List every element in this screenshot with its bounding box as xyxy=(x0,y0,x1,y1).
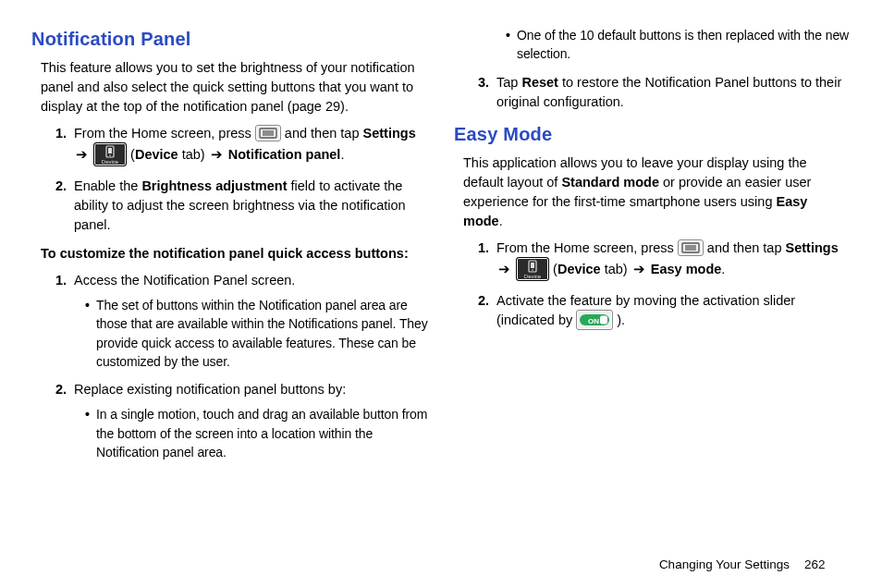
device-tab-icon: Device xyxy=(93,142,127,166)
svg-rect-15 xyxy=(600,315,607,324)
steps-list-a: From the Home screen, press and then tap… xyxy=(31,124,428,235)
two-column-layout: Notification Panel This feature allows y… xyxy=(31,26,851,552)
tab-word: tab) xyxy=(178,147,209,162)
steps-list-c: Tap Reset to restore the Notification Pa… xyxy=(454,73,851,112)
svg-rect-12 xyxy=(531,263,534,268)
step-b1: Access the Notification Panel screen. Th… xyxy=(70,271,428,371)
steps-list-d: From the Home screen, press and then tap… xyxy=(454,239,851,331)
device-tab-icon: Device xyxy=(516,257,549,281)
device-tab-label: Device xyxy=(557,262,601,276)
toggle-on-label: ON xyxy=(588,317,599,325)
menu-button-icon xyxy=(678,239,704,256)
arrow-icon: ➔ xyxy=(74,147,93,162)
step-d2: Activate the feature by moving the activ… xyxy=(493,291,851,331)
tab-word: tab) xyxy=(601,262,631,276)
step-d1: From the Home screen, press and then tap… xyxy=(493,239,851,282)
right-column: One of the 10 default buttons is then re… xyxy=(454,26,851,552)
bullet-item: In a single motion, touch and drag an av… xyxy=(85,405,428,461)
intro-paragraph: This feature allows you to set the brigh… xyxy=(31,58,428,116)
target-label: Notification panel xyxy=(228,147,341,162)
toggle-on-icon: ON xyxy=(576,310,613,330)
subheading-customize: To customize the notification panel quic… xyxy=(41,244,428,263)
svg-point-6 xyxy=(109,154,111,156)
step-bold: Brightness adjustment xyxy=(141,178,287,193)
step-text: ). xyxy=(617,312,625,327)
settings-label: Settings xyxy=(786,240,839,255)
settings-label: Settings xyxy=(363,126,416,141)
arrow-icon: ➔ xyxy=(631,262,651,276)
menu-button-icon xyxy=(255,125,281,141)
step-text: Access the Notification Panel screen. xyxy=(74,273,295,288)
step-text: Enable the xyxy=(74,178,141,193)
step-text: Tap xyxy=(496,75,521,90)
sub-bullets: The set of buttons within the Notificati… xyxy=(74,296,428,371)
svg-point-13 xyxy=(532,269,533,271)
step-text: From the Home screen, press xyxy=(74,126,255,141)
intro-text: . xyxy=(499,214,503,228)
period: . xyxy=(340,147,344,162)
step-text: Replace existing notification panel butt… xyxy=(74,382,346,397)
step-1: From the Home screen, press and then tap… xyxy=(70,124,428,167)
svg-rect-5 xyxy=(108,148,112,153)
easy-mode-intro: This application allows you to leave you… xyxy=(454,153,851,231)
step-text: From the Home screen, press xyxy=(496,240,678,255)
step-2: Enable the Brightness adjustment field t… xyxy=(70,177,428,235)
step-text: and then tap xyxy=(707,240,786,255)
footer-section: Changing Your Settings xyxy=(659,557,790,571)
period: . xyxy=(721,262,725,276)
target-label: Easy mode xyxy=(651,262,722,276)
arrow-icon: ➔ xyxy=(209,147,228,162)
step-text: Activate the feature by moving the activ… xyxy=(496,293,795,327)
manual-page: Notification Panel This feature allows y… xyxy=(0,0,882,588)
arrow-icon: ➔ xyxy=(496,262,516,276)
step-text: and then tap xyxy=(285,126,363,141)
sub-bullets: In a single motion, touch and drag an av… xyxy=(74,405,428,461)
device-icon-label: Device xyxy=(102,159,119,165)
step-bold: Reset xyxy=(521,75,558,90)
page-footer: Changing Your Settings262 xyxy=(31,552,851,571)
bullet-item: The set of buttons within the Notificati… xyxy=(85,296,428,371)
bullet-item: One of the 10 default buttons is then re… xyxy=(506,26,851,64)
device-tab-label: Device xyxy=(135,147,178,162)
step-c3: Tap Reset to restore the Notification Pa… xyxy=(493,73,851,112)
device-icon-label: Device xyxy=(524,274,542,279)
intro-bold: Standard mode xyxy=(561,175,659,190)
page-number: 262 xyxy=(790,557,845,571)
left-column: Notification Panel This feature allows y… xyxy=(31,26,428,552)
section-heading-easy-mode: Easy Mode xyxy=(454,121,851,148)
section-heading-notification-panel: Notification Panel xyxy=(31,26,428,53)
step-b2: Replace existing notification panel butt… xyxy=(70,380,428,461)
steps-list-b: Access the Notification Panel screen. Th… xyxy=(31,271,428,461)
continuation-bullets: One of the 10 default buttons is then re… xyxy=(454,26,851,64)
